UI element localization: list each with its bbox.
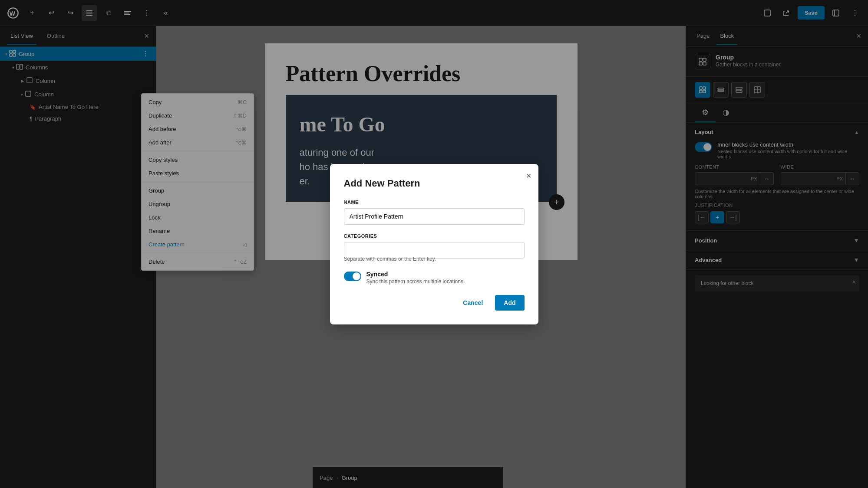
cancel-button[interactable]: Cancel	[456, 295, 490, 311]
add-button[interactable]: Add	[495, 295, 524, 311]
modal-close-button[interactable]: ×	[526, 171, 531, 181]
add-pattern-modal: Add New Pattern × NAME CATEGORIES Separa…	[330, 164, 538, 324]
sync-label: Synced	[366, 271, 465, 278]
modal-overlay[interactable]: Add New Pattern × NAME CATEGORIES Separa…	[0, 0, 868, 488]
sync-text-block: Synced Sync this pattern across multiple…	[366, 271, 465, 285]
sync-desc: Sync this pattern across multiple locati…	[366, 278, 465, 285]
name-field-label: NAME	[344, 200, 525, 205]
modal-footer: Cancel Add	[344, 295, 525, 311]
sync-toggle-knob	[353, 272, 360, 280]
sync-toggle[interactable]	[344, 272, 361, 281]
categories-field-label: CATEGORIES	[344, 233, 525, 239]
modal-title: Add New Pattern	[344, 178, 525, 189]
sync-row: Synced Sync this pattern across multiple…	[344, 271, 525, 285]
name-field-input[interactable]	[344, 208, 525, 225]
